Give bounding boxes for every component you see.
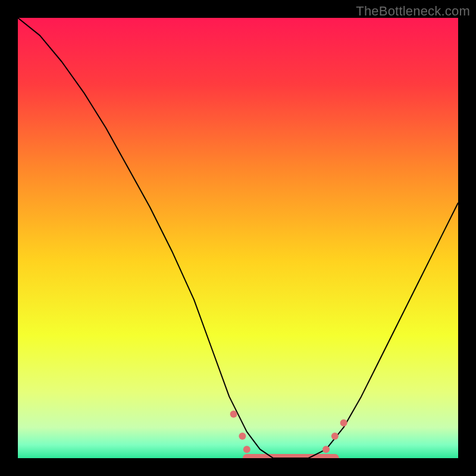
curve-marker [322,446,330,453]
curve-marker [331,433,339,440]
bottleneck-chart [18,18,458,458]
chart-background [18,18,458,458]
curve-marker [239,433,246,440]
chart-frame [18,18,458,458]
curve-marker [340,419,347,427]
watermark-text: TheBottleneck.com [356,4,470,19]
curve-marker [230,411,237,418]
curve-marker [243,446,250,453]
